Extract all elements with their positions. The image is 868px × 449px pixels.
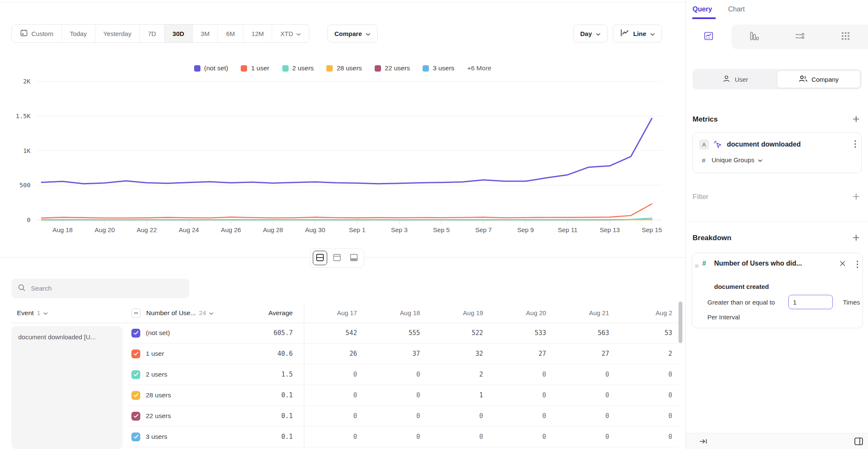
interval-dropdown[interactable]: Day [573,25,608,42]
compare-button[interactable]: Compare [327,25,378,42]
tab-query[interactable]: Query [693,6,712,13]
legend-swatch [282,65,289,72]
metric-menu-button[interactable] [853,139,858,151]
svg-text:500: 500 [19,182,31,188]
date-range-12m[interactable]: 12M [243,25,272,42]
add-metric-button[interactable] [851,114,861,125]
legend-item[interactable]: 3 users [423,64,454,72]
chart-type-dropdown[interactable]: Line [613,25,662,42]
breakdown-condition-label[interactable]: Greater than or equal to [707,299,775,306]
average-column-header[interactable]: Average [235,309,300,317]
table-row[interactable]: 28 users0.1001000 [127,385,678,406]
hash-icon: # [702,260,706,267]
remove-breakdown-button[interactable] [838,259,847,269]
legend-item[interactable]: 2 users [282,64,314,72]
row-label: 1 user [146,350,164,358]
svg-text:1K: 1K [23,147,31,154]
collapse-panel-button[interactable] [698,437,709,447]
add-filter-button[interactable] [851,192,861,202]
date-range-3m[interactable]: 3M [192,25,218,42]
add-breakdown-button[interactable] [851,233,861,243]
viz-tab-line-chart[interactable] [686,25,732,49]
row-checkbox[interactable] [131,391,140,400]
scope-user[interactable]: User [694,70,777,88]
vertical-scrollbar[interactable] [679,302,682,343]
date-range-xtd[interactable]: XTD [272,25,309,42]
date-range-custom[interactable]: Custom [12,25,61,42]
breakdown-card[interactable]: # Number of Users who did... document cr… [692,253,863,328]
table-row[interactable]: 3 users0.1000000 [127,427,678,447]
legend-label: 28 users [337,64,362,72]
legend-item[interactable]: 22 users [375,64,410,72]
panel-footer [686,433,868,449]
measure-dropdown[interactable]: Unique Groups [712,156,762,164]
breakdown-event[interactable]: document created [714,283,769,290]
date-column-header[interactable]: Aug 17 [300,309,363,316]
table-row[interactable]: 2 users1.5002000 [127,364,678,385]
drag-handle-icon[interactable] [695,262,699,270]
legend-item[interactable]: 28 users [326,64,362,72]
metric-card[interactable]: A document downloaded # Unique Groups [693,132,862,173]
breakdown-menu-button[interactable] [855,259,860,271]
layout-table-button[interactable] [347,251,361,265]
table-row[interactable]: 1 user40.626373227272 [127,344,678,364]
event-name-cell[interactable]: document downloaded [U... [11,326,122,449]
breakdown-per-interval[interactable]: Per Interval [707,313,740,321]
toggle-side-panel-button[interactable] [853,435,865,449]
legend-more[interactable]: +6 More [467,64,491,72]
scope-company[interactable]: Company [777,70,861,88]
select-all-checkbox[interactable] [131,308,141,318]
row-checkbox[interactable] [131,370,140,379]
event-column-header[interactable]: Event 1 [17,303,48,323]
row-checkbox[interactable] [131,432,140,441]
table-row[interactable]: 22 users0.1000000 [127,406,678,427]
row-checkbox[interactable] [131,329,140,338]
date-range-6m[interactable]: 6M [217,25,243,42]
metric-name[interactable]: document downloaded [727,141,801,148]
table-cell: 2 [426,371,489,378]
date-column-header[interactable]: Aug 20 [489,309,552,316]
table-cell: 0 [615,412,678,420]
date-range-today[interactable]: Today [61,25,95,42]
search-input[interactable] [30,284,183,293]
date-range-yesterday[interactable]: Yesterday [95,25,139,42]
row-checkbox[interactable] [131,412,140,421]
date-column-header[interactable]: Aug 2 [615,309,678,316]
table-cell: 0 [300,371,363,378]
viz-tab-flow[interactable] [777,25,823,49]
layout-chart-button[interactable] [330,251,344,265]
legend-item[interactable]: 1 user [241,64,269,72]
layout-toggle-group [310,248,364,268]
table-cell: 0 [615,391,678,399]
group-column-header[interactable]: Number of Use... 24 [146,309,214,317]
date-range-7d[interactable]: 7D [139,25,164,42]
chevron-down-icon [43,309,48,317]
date-column-header[interactable]: Aug 18 [363,309,426,316]
breakdown-title[interactable]: Number of Users who did... [714,260,802,267]
user-icon [722,75,731,84]
table-cell: 0 [300,412,363,420]
svg-text:Sep 13: Sep 13 [600,226,620,233]
breakdown-value-input[interactable] [788,295,833,309]
active-tab-underline [692,17,716,19]
legend-item[interactable]: (not set) [194,64,228,72]
row-label: (not set) [146,329,170,337]
layout-split-button[interactable] [313,251,327,265]
table-scroll-region[interactable]: Number of Use... 24 Average Aug 17Aug 18… [127,303,678,447]
viz-tab-grid[interactable] [823,25,868,49]
line-chart-svg[interactable]: 05001K1.5K2KAug 18Aug 20Aug 22Aug 24Aug … [0,78,685,239]
table-cell: 533 [489,329,552,337]
table-cell: 0 [489,412,552,420]
table-row[interactable]: (not set)605.754255552253356353 [127,323,678,344]
row-checkbox[interactable] [131,349,140,358]
viz-tab-bar-chart[interactable] [732,25,777,49]
row-average: 0.1 [235,391,300,399]
date-range-30d[interactable]: 30D [164,25,192,42]
table-cell: 0 [489,391,552,399]
svg-text:Aug 26: Aug 26 [221,226,241,233]
tab-chart[interactable]: Chart [728,6,745,13]
svg-text:Sep 11: Sep 11 [558,226,577,233]
date-column-header[interactable]: Aug 21 [552,309,615,316]
table-cell: 1 [426,391,489,399]
date-column-header[interactable]: Aug 19 [426,309,489,316]
